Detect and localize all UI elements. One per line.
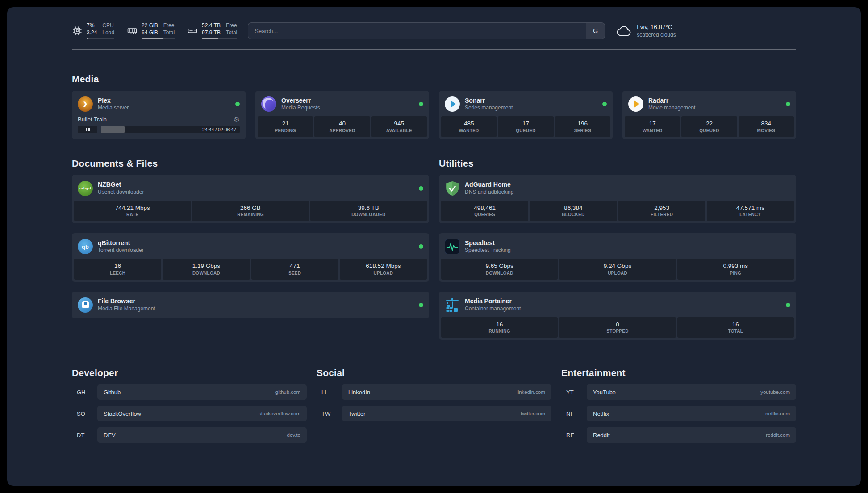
pause-button[interactable] xyxy=(78,126,97,133)
bookmark-row: TW Twitter twitter.com xyxy=(317,406,551,421)
now-playing-widget: Bullet Train ⚙ 24:44 / 02:06:47 xyxy=(74,116,243,137)
service-card-adguard[interactable]: AdGuard Home DNS and adblocking 498,461 … xyxy=(439,175,796,224)
service-name: Radarr xyxy=(648,97,695,105)
bookmark-url: twitter.com xyxy=(521,411,545,416)
bookmark-link-dev[interactable]: DEV dev.to xyxy=(97,427,307,443)
bookmark-name: LinkedIn xyxy=(348,389,370,396)
bookmark-abbr: NF xyxy=(561,410,587,417)
stat-tile: 39.6 TB DOWNLOADED xyxy=(310,201,427,221)
bookmark-abbr: LI xyxy=(317,389,342,396)
disk-total-label: Total xyxy=(226,29,237,37)
playback-progress-bar[interactable]: 24:44 / 02:06:47 xyxy=(101,126,240,133)
stat-tile: 744.21 Mbps RATE xyxy=(74,201,191,221)
adguard-icon xyxy=(445,181,460,196)
section-utilities: Utilities xyxy=(439,158,796,340)
bookmark-abbr: YT xyxy=(561,389,587,396)
dashboard-app: 7% 3.24 CPU Load xyxy=(7,7,861,486)
bookmark-link-stackoverflow[interactable]: StackOverflow stackoverflow.com xyxy=(97,406,307,421)
service-name: Overseerr xyxy=(281,97,320,105)
bookmark-url: github.com xyxy=(275,389,300,395)
service-card-plex[interactable]: Plex Media server Bullet Train ⚙ xyxy=(72,91,246,139)
stat-tile: 86,384 BLOCKED xyxy=(530,201,617,221)
stat-tile: 2,953 FILTERED xyxy=(618,201,705,221)
memory-progress-bar xyxy=(142,38,175,39)
service-card-sonarr[interactable]: Sonarr Series management 485 WANTED 17 Q… xyxy=(439,91,613,139)
stat-tile: 16 RUNNING xyxy=(441,317,558,338)
bookmark-name: YouTube xyxy=(593,389,616,396)
resource-widgets: 7% 3.24 CPU Load xyxy=(72,22,237,39)
weather-condition: scattered clouds xyxy=(637,31,676,38)
topbar-divider xyxy=(72,49,796,50)
bookmark-name: Reddit xyxy=(593,432,610,439)
service-name: Media Portainer xyxy=(465,297,521,305)
bookmark-url: stackoverflow.com xyxy=(259,411,300,416)
service-card-overseerr[interactable]: Overseerr Media Requests 21 PENDING 40 A… xyxy=(255,91,429,139)
memory-free-label: Free xyxy=(163,22,175,29)
disk-free-label: Free xyxy=(226,22,237,29)
service-card-qbittorrent[interactable]: qBittorrent Torrent downloader 16 LEECH xyxy=(72,233,429,282)
status-dot xyxy=(419,303,423,307)
bookmark-link-youtube[interactable]: YouTube youtube.com xyxy=(587,384,796,400)
bookmark-row: YT YouTube youtube.com xyxy=(561,384,796,400)
stat-tile: 834 MOVIES xyxy=(739,116,794,137)
settings-icon[interactable]: ⚙ xyxy=(234,116,240,123)
plex-icon xyxy=(78,96,93,112)
service-description: Usenet downloader xyxy=(98,189,144,196)
search-input[interactable] xyxy=(248,23,586,39)
cpu-load-label: Load xyxy=(102,29,114,37)
bookmark-name: DEV xyxy=(104,432,116,439)
stat-tile: 47.571 ms LATENCY xyxy=(707,201,794,221)
service-description: Series management xyxy=(465,104,513,112)
service-description: Torrent downloader xyxy=(98,247,144,254)
cpu-load-value: 3.24 xyxy=(87,29,97,37)
sonarr-icon xyxy=(445,96,460,112)
service-name: Plex xyxy=(98,97,129,105)
bookmark-row: LI LinkedIn linkedin.com xyxy=(317,384,551,400)
stat-tile: 266 GB REMAINING xyxy=(192,201,309,221)
section-title-media: Media xyxy=(72,74,796,84)
search-provider-button[interactable]: G xyxy=(586,23,605,39)
section-title-entertainment: Entertainment xyxy=(561,368,796,378)
memory-icon xyxy=(127,25,138,36)
radarr-icon xyxy=(628,96,643,112)
filebrowser-icon xyxy=(78,297,93,313)
bookmark-link-reddit[interactable]: Reddit reddit.com xyxy=(587,427,796,443)
stat-tile: 40 APPROVED xyxy=(314,116,370,137)
cpu-icon xyxy=(72,25,83,36)
section-title-developer: Developer xyxy=(72,368,307,378)
service-description: DNS and adblocking xyxy=(465,189,513,196)
bookmark-row: SO StackOverflow stackoverflow.com xyxy=(72,406,307,421)
service-name: File Browser xyxy=(98,297,155,305)
bookmark-link-linkedin[interactable]: LinkedIn linkedin.com xyxy=(342,384,551,400)
service-card-speedtest[interactable]: Speedtest Speedtest Tracking 9.65 Gbps D… xyxy=(439,233,796,282)
service-description: Speedtest Tracking xyxy=(465,247,511,254)
stat-tile: 9.24 Gbps UPLOAD xyxy=(559,259,676,280)
playback-time: 24:44 / 02:06:47 xyxy=(202,126,236,133)
bookmark-group-entertainment: Entertainment YT YouTube youtube.com NF … xyxy=(561,368,796,443)
bookmark-url: youtube.com xyxy=(760,389,790,395)
service-card-portainer[interactable]: Media Portainer Container management 16 … xyxy=(439,292,796,340)
bookmark-url: reddit.com xyxy=(766,432,790,438)
bookmark-group-developer: Developer GH Github github.com SO StackO… xyxy=(72,368,307,443)
service-card-filebrowser[interactable]: File Browser Media File Management xyxy=(72,292,429,318)
bookmark-abbr: RE xyxy=(561,432,587,439)
cpu-usage-label: CPU xyxy=(102,22,114,29)
section-title-documents: Documents & Files xyxy=(72,158,429,169)
bookmark-url: netflix.com xyxy=(765,411,790,416)
bookmark-link-netflix[interactable]: Netflix netflix.com xyxy=(587,406,796,421)
service-card-nzbget[interactable]: NZBGet Usenet downloader 744.21 Mbps RAT… xyxy=(72,175,429,224)
bookmark-row: RE Reddit reddit.com xyxy=(561,427,796,443)
nzbget-icon xyxy=(78,181,93,196)
bookmark-link-twitter[interactable]: Twitter twitter.com xyxy=(342,406,551,421)
speedtest-icon xyxy=(445,239,460,254)
service-card-radarr[interactable]: Radarr Movie management 17 WANTED 22 QUE… xyxy=(622,91,796,139)
service-name: NZBGet xyxy=(98,181,144,189)
section-media: Media Plex Media server Bullet Tra xyxy=(72,74,796,139)
cloud-icon xyxy=(616,24,632,38)
search-bar: G xyxy=(248,22,605,39)
stat-tile: 17 WANTED xyxy=(625,116,680,137)
stat-tile: 17 QUEUED xyxy=(498,116,553,137)
bookmark-row: NF Netflix netflix.com xyxy=(561,406,796,421)
bookmark-name: Github xyxy=(104,389,121,396)
bookmark-link-github[interactable]: Github github.com xyxy=(97,384,307,400)
